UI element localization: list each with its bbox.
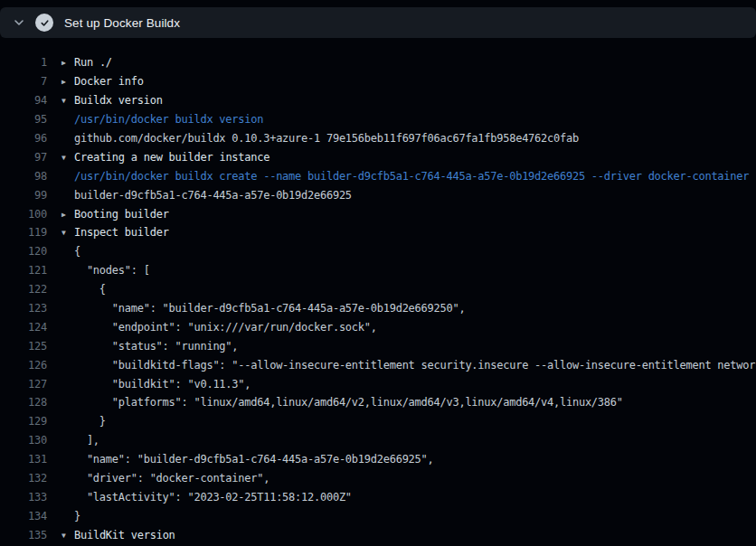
log-text: "buildkitd-flags": "--allow-insecure-ent… <box>47 359 756 372</box>
line-number[interactable]: 94 <box>0 94 47 107</box>
line-number[interactable]: 96 <box>0 132 47 145</box>
line-number[interactable]: 133 <box>0 491 47 504</box>
log-row: 96 github.com/docker/buildx 0.10.3+azure… <box>0 129 756 148</box>
group-label[interactable]: Inspect builder <box>74 226 169 239</box>
log-row: 100 ▶Booting builder <box>0 204 756 223</box>
group-label[interactable]: Creating a new builder instance <box>74 151 269 164</box>
log-row: 97 ▼Creating a new builder instance <box>0 147 756 166</box>
group-label[interactable]: Docker info <box>74 75 144 88</box>
log-row: 98 /usr/bin/docker buildx create --name … <box>0 166 756 185</box>
line-number[interactable]: 127 <box>0 378 47 391</box>
log-row: 94 ▼Buildx version <box>0 91 756 110</box>
triangle-right-icon[interactable]: ▶ <box>61 59 74 67</box>
line-number[interactable]: 126 <box>0 359 47 372</box>
line-number[interactable]: 100 <box>0 208 47 221</box>
line-number[interactable]: 132 <box>0 472 47 485</box>
log-row: 120 { <box>0 242 756 261</box>
triangle-down-icon[interactable]: ▼ <box>61 154 74 162</box>
line-number[interactable]: 129 <box>0 415 47 428</box>
log-text: "buildkit": "v0.11.3", <box>47 378 756 391</box>
line-number[interactable]: 122 <box>0 283 47 296</box>
line-number[interactable]: 130 <box>0 434 47 447</box>
line-number[interactable]: 98 <box>0 170 47 183</box>
group-label[interactable]: BuildKit version <box>74 529 175 541</box>
log-text[interactable]: ▼Creating a new builder instance <box>47 151 756 164</box>
log-row: 99 builder-d9cfb5a1-c764-445a-a57e-0b19d… <box>0 185 756 204</box>
group-label[interactable]: Buildx version <box>74 94 163 107</box>
line-number[interactable]: 1 <box>0 56 47 69</box>
log-text[interactable]: ▶Docker info <box>47 75 756 88</box>
triangle-right-icon[interactable]: ▶ <box>61 78 74 86</box>
line-number[interactable]: 121 <box>0 264 47 277</box>
log-text[interactable]: ▼Inspect builder <box>47 226 756 239</box>
log-row: 123 "name": "builder-d9cfb5a1-c764-445a-… <box>0 299 756 318</box>
line-number[interactable]: 119 <box>0 226 47 239</box>
log-text: } <box>47 415 756 428</box>
log-row: 119 ▼Inspect builder <box>0 223 756 242</box>
log-row: 1 ▶Run ./ <box>0 53 756 72</box>
log-text: /usr/bin/docker buildx version <box>47 113 756 126</box>
step-header[interactable]: Set up Docker Buildx <box>0 7 756 38</box>
log-text: ], <box>47 434 756 447</box>
line-number[interactable]: 135 <box>0 529 47 541</box>
log-row: 132 "driver": "docker-container", <box>0 469 756 488</box>
chevron-down-icon[interactable] <box>12 15 26 30</box>
log-row: 130 ], <box>0 431 756 450</box>
log-text[interactable]: ▼BuildKit version <box>47 529 756 541</box>
log-row: 7 ▶Docker info <box>0 72 756 91</box>
line-number[interactable]: 125 <box>0 340 47 353</box>
log-text: { <box>47 245 756 258</box>
triangle-down-icon[interactable]: ▼ <box>61 532 74 540</box>
log-row: 95 /usr/bin/docker buildx version <box>0 110 756 129</box>
log-text: "name": "builder-d9cfb5a1-c764-445a-a57e… <box>47 453 756 466</box>
log-row: 131 "name": "builder-d9cfb5a1-c764-445a-… <box>0 450 756 469</box>
log-text[interactable]: ▶Booting builder <box>47 208 756 221</box>
line-number[interactable]: 95 <box>0 113 47 126</box>
line-number[interactable]: 123 <box>0 302 47 315</box>
log-text: "endpoint": "unix:///var/run/docker.sock… <box>47 321 756 334</box>
log-row: 121 "nodes": [ <box>0 261 756 280</box>
log-row: 128 "platforms": "linux/amd64,linux/amd6… <box>0 393 756 412</box>
log-row: 125 "status": "running", <box>0 336 756 355</box>
log-text: "driver": "docker-container", <box>47 472 756 485</box>
log-text[interactable]: ▶Run ./ <box>47 56 756 69</box>
log-row: 133 "lastActivity": "2023-02-25T11:58:12… <box>0 487 756 506</box>
log-row: 122 { <box>0 280 756 299</box>
log-text: builder-d9cfb5a1-c764-445a-a57e-0b19d2e6… <box>47 189 756 202</box>
log-text: "status": "running", <box>47 340 756 353</box>
log-row: 126 "buildkitd-flags": "--allow-insecure… <box>0 355 756 374</box>
log-text: { <box>47 283 756 296</box>
log-text: } <box>47 510 756 522</box>
group-label[interactable]: Run ./ <box>74 56 112 69</box>
log-row: 135 ▼BuildKit version <box>0 525 756 544</box>
log-text: "platforms": "linux/amd64,linux/amd64/v2… <box>47 396 756 409</box>
log-text[interactable]: ▼Buildx version <box>47 94 756 107</box>
line-number[interactable]: 134 <box>0 510 47 522</box>
log-row: 129 } <box>0 412 756 431</box>
check-circle-icon <box>35 14 53 32</box>
triangle-down-icon[interactable]: ▼ <box>61 229 74 237</box>
line-number[interactable]: 120 <box>0 245 47 258</box>
line-number[interactable]: 99 <box>0 189 47 202</box>
log-text: github.com/docker/buildx 0.10.3+azure-1 … <box>47 132 756 145</box>
line-number[interactable]: 7 <box>0 75 47 88</box>
triangle-down-icon[interactable]: ▼ <box>61 97 74 105</box>
log-text: "nodes": [ <box>47 264 756 277</box>
line-number[interactable]: 124 <box>0 321 47 334</box>
triangle-right-icon[interactable]: ▶ <box>61 211 74 219</box>
log-output: 1 ▶Run ./ 7 ▶Docker info 94 ▼Buildx vers… <box>0 38 756 546</box>
line-number[interactable]: 131 <box>0 453 47 466</box>
log-row: 134 } <box>0 506 756 525</box>
group-label[interactable]: Booting builder <box>74 208 169 221</box>
line-number[interactable]: 97 <box>0 151 47 164</box>
log-text: "name": "builder-d9cfb5a1-c764-445a-a57e… <box>47 302 756 315</box>
line-number[interactable]: 128 <box>0 396 47 409</box>
log-row: 127 "buildkit": "v0.11.3", <box>0 374 756 393</box>
log-text: /usr/bin/docker buildx create --name bui… <box>47 170 756 183</box>
log-text: "lastActivity": "2023-02-25T11:58:12.000… <box>47 491 756 504</box>
log-row: 124 "endpoint": "unix:///var/run/docker.… <box>0 317 756 336</box>
step-title: Set up Docker Buildx <box>64 16 180 30</box>
